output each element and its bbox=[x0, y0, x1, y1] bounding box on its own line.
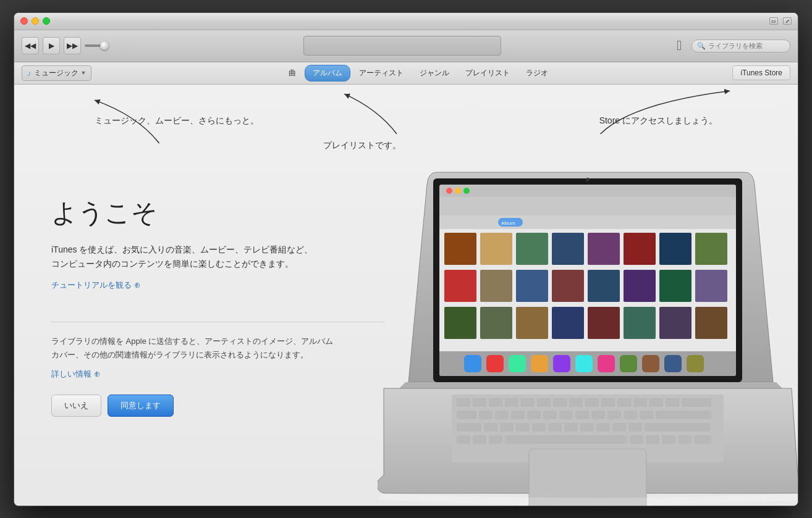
maximize-button[interactable] bbox=[43, 17, 50, 25]
svg-rect-32 bbox=[552, 307, 584, 339]
svg-rect-55 bbox=[521, 398, 535, 407]
toolbar-center bbox=[133, 36, 672, 56]
svg-rect-54 bbox=[505, 398, 518, 407]
svg-rect-35 bbox=[659, 307, 691, 339]
svg-rect-31 bbox=[516, 307, 548, 339]
svg-rect-67 bbox=[479, 411, 493, 419]
no-button[interactable]: いいえ bbox=[51, 395, 101, 417]
source-dropdown-icon: ▼ bbox=[81, 70, 87, 76]
tab-artists[interactable]: アーティスト bbox=[352, 65, 411, 81]
svg-rect-57 bbox=[553, 398, 567, 407]
close-button[interactable] bbox=[20, 17, 28, 25]
svg-rect-69 bbox=[511, 411, 525, 419]
action-buttons: いいえ 同意します bbox=[51, 395, 385, 417]
back-icon: ◀◀ bbox=[25, 41, 36, 50]
svg-rect-95 bbox=[630, 435, 643, 444]
svg-text:Album: Album bbox=[501, 220, 515, 226]
svg-rect-80 bbox=[484, 423, 497, 432]
svg-rect-25 bbox=[588, 270, 620, 302]
svg-rect-74 bbox=[591, 411, 605, 419]
music-note-icon: ♪ bbox=[27, 69, 32, 78]
svg-rect-42 bbox=[553, 355, 570, 372]
tutorial-link[interactable]: チュートリアルを観る ⊕ bbox=[51, 280, 140, 291]
svg-rect-94 bbox=[505, 435, 627, 444]
svg-rect-36 bbox=[695, 307, 727, 339]
search-input[interactable] bbox=[708, 42, 782, 49]
svg-rect-26 bbox=[624, 270, 656, 302]
svg-rect-68 bbox=[495, 411, 509, 419]
svg-rect-18 bbox=[624, 233, 656, 265]
svg-rect-75 bbox=[607, 411, 621, 419]
svg-rect-22 bbox=[480, 270, 512, 302]
svg-rect-65 bbox=[682, 398, 711, 407]
play-icon: ▶ bbox=[49, 41, 54, 50]
svg-rect-63 bbox=[649, 398, 663, 407]
svg-rect-72 bbox=[559, 411, 573, 419]
svg-rect-30 bbox=[480, 307, 512, 339]
svg-rect-76 bbox=[624, 411, 637, 419]
svg-rect-34 bbox=[624, 307, 656, 339]
svg-rect-24 bbox=[552, 270, 584, 302]
svg-rect-29 bbox=[444, 307, 476, 339]
svg-rect-71 bbox=[543, 411, 557, 419]
svg-rect-52 bbox=[473, 398, 486, 407]
search-box[interactable]: 🔍 bbox=[691, 40, 790, 52]
svg-rect-53 bbox=[489, 398, 502, 407]
svg-rect-64 bbox=[666, 398, 679, 407]
svg-rect-73 bbox=[575, 411, 589, 419]
svg-rect-9 bbox=[439, 215, 736, 229]
toolbar-right: 🔍 bbox=[691, 40, 790, 52]
svg-rect-89 bbox=[628, 423, 642, 432]
title-bar: ▭ ⤢ bbox=[14, 13, 798, 30]
traffic-lights bbox=[20, 17, 50, 25]
play-button[interactable]: ▶ bbox=[43, 37, 60, 54]
svg-rect-51 bbox=[457, 398, 470, 407]
welcome-section: ようこそ iTunes を使えば、お気に入りの音楽、ムービー、テレビ番組など、 … bbox=[51, 196, 385, 417]
main-content: ミュージック、ムービー、さらにもっと。 プレイリストです。 Store にアクセ… bbox=[14, 85, 798, 506]
minimize-button[interactable] bbox=[32, 17, 39, 25]
svg-rect-60 bbox=[601, 398, 615, 407]
source-label: ミュージック bbox=[34, 68, 78, 78]
svg-rect-96 bbox=[646, 435, 659, 444]
fullscreen-button[interactable]: ⤢ bbox=[783, 17, 792, 25]
back-button[interactable]: ◀◀ bbox=[22, 37, 39, 54]
svg-rect-61 bbox=[617, 398, 631, 407]
svg-rect-100 bbox=[529, 449, 646, 506]
svg-rect-43 bbox=[575, 355, 593, 372]
svg-rect-46 bbox=[642, 355, 659, 372]
svg-rect-48 bbox=[687, 355, 704, 372]
svg-rect-28 bbox=[695, 270, 727, 302]
svg-rect-15 bbox=[516, 233, 548, 265]
svg-point-6 bbox=[455, 188, 461, 194]
apple-logo-icon:  bbox=[677, 38, 682, 54]
svg-rect-86 bbox=[580, 423, 594, 432]
tab-radio[interactable]: ラジオ bbox=[518, 65, 556, 81]
itunes-store-button[interactable]: iTunes Store bbox=[732, 65, 790, 80]
tab-playlists[interactable]: プレイリスト bbox=[458, 65, 517, 81]
now-playing-display bbox=[303, 36, 501, 56]
svg-rect-21 bbox=[444, 270, 476, 302]
nav-tabs: 曲 アルバム アーティスト ジャンル プレイリスト ラジオ bbox=[105, 65, 731, 81]
svg-rect-56 bbox=[537, 398, 551, 407]
restore-button[interactable]: ▭ bbox=[769, 17, 778, 25]
agree-button[interactable]: 同意します bbox=[108, 395, 174, 417]
welcome-description: iTunes を使えば、お気に入りの音楽、ムービー、テレビ番組など、 コンピュー… bbox=[51, 243, 385, 272]
svg-rect-33 bbox=[588, 307, 620, 339]
tab-genres[interactable]: ジャンル bbox=[412, 65, 457, 81]
tab-albums[interactable]: アルバム bbox=[305, 65, 350, 81]
svg-rect-98 bbox=[678, 435, 691, 444]
svg-rect-47 bbox=[664, 355, 682, 372]
forward-button[interactable]: ▶▶ bbox=[64, 37, 81, 54]
volume-knob bbox=[100, 41, 109, 50]
tab-songs[interactable]: 曲 bbox=[281, 65, 303, 81]
svg-rect-19 bbox=[659, 233, 691, 265]
macbook-illustration: Album bbox=[378, 166, 798, 506]
forward-icon: ▶▶ bbox=[67, 41, 78, 50]
svg-rect-41 bbox=[531, 355, 548, 372]
nav-bar: ♪ ミュージック ▼ 曲 アルバム アーティスト ジャンル プレイリスト ラジオ bbox=[14, 62, 798, 85]
detail-link[interactable]: 詳しい情報 ⊕ bbox=[51, 369, 100, 380]
svg-rect-66 bbox=[457, 411, 476, 419]
svg-rect-27 bbox=[659, 270, 691, 302]
volume-slider[interactable] bbox=[85, 44, 128, 47]
source-selector[interactable]: ♪ ミュージック ▼ bbox=[22, 65, 91, 81]
